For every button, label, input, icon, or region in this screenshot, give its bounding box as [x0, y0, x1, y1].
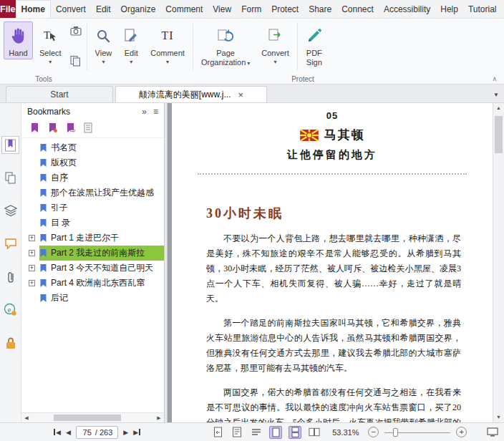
reading-mode-icon[interactable]	[231, 426, 243, 439]
previous-view-icon[interactable]	[211, 426, 224, 439]
scroll-up-icon[interactable]: ▲	[493, 103, 504, 113]
menu-tab-connect[interactable]: Connect	[336, 0, 379, 18]
menu-tab-help[interactable]: Help	[435, 0, 463, 18]
menu-tab-view[interactable]: View	[208, 0, 236, 18]
expand-bookmark-icon[interactable]	[30, 122, 39, 136]
bookmark-icon	[39, 173, 47, 183]
bookmark-item[interactable]: 书名页	[21, 140, 164, 155]
bookmark-item[interactable]: + Part 3 今天不知道自己明天	[21, 261, 164, 276]
ribbon-separator	[87, 24, 87, 70]
hand-tool-button[interactable]: Hand	[4, 21, 33, 59]
bookmark-item-selected[interactable]: + Part 2 我走过的前南斯拉	[21, 246, 164, 261]
doc-tab-active[interactable]: 颠沛流离的美丽[www.j... ×	[115, 86, 267, 102]
zoom-level[interactable]: 53.31%	[332, 428, 362, 437]
menu-bar: File Home Convert Edit Organize Comment …	[0, 0, 504, 19]
menu-tab-form[interactable]: Form	[236, 0, 266, 18]
menu-tab-edit[interactable]: Edit	[91, 0, 116, 18]
bookmark-item[interactable]: 自序	[21, 170, 164, 185]
menu-tab-comment[interactable]: Comment	[160, 0, 208, 18]
previous-page-button[interactable]: ◀	[66, 429, 71, 436]
comments-panel-button[interactable]	[1, 235, 19, 253]
scroll-left-icon[interactable]: ◀	[21, 415, 32, 421]
view-menu-button[interactable]: View ▾	[90, 21, 117, 67]
bookmarks-horizontal-scrollbar[interactable]: ◀ ▶	[21, 412, 164, 422]
attachments-panel-button[interactable]	[1, 268, 19, 286]
next-page-button[interactable]: ▶	[123, 429, 128, 436]
menu-tab-tutorial[interactable]: Tutorial	[463, 0, 502, 18]
bookmarks-toolbar	[21, 120, 164, 138]
foxit-reader-window: File Home Convert Edit Organize Comment …	[0, 0, 504, 441]
collapse-panel-icon[interactable]: »	[142, 107, 147, 117]
bookmark-item[interactable]: 目 录	[21, 215, 164, 231]
menu-tab-convert[interactable]: Convert	[51, 0, 91, 18]
expand-plus-icon[interactable]: +	[29, 235, 35, 241]
close-icon[interactable]: ×	[238, 90, 244, 100]
pdf-sign-button[interactable]: PDF Sign	[301, 21, 328, 69]
convert-menu-button[interactable]: Convert ▾	[256, 21, 294, 67]
text-viewer-icon[interactable]	[250, 426, 263, 439]
expand-plus-icon[interactable]: +	[29, 265, 35, 271]
menu-tab-accessibility[interactable]: Accessibility	[379, 0, 435, 18]
pages-panel-button[interactable]	[1, 169, 19, 187]
main-area: e Bookmarks » ≡ 书名	[0, 103, 504, 422]
add-bookmark-icon[interactable]	[48, 122, 57, 136]
bookmarks-panel-button[interactable]	[1, 136, 19, 154]
clipboard-button[interactable]	[69, 54, 83, 68]
bookmark-page-icon[interactable]	[84, 122, 92, 136]
svg-text:T: T	[44, 29, 50, 41]
select-tool-button[interactable]: T Select ▾	[34, 21, 67, 67]
last-page-button[interactable]: ▶	[133, 429, 141, 436]
document-tab-bar: Start 颠沛流离的美丽[www.j... × ▼	[0, 84, 504, 103]
doc-tab-start[interactable]: Start	[6, 86, 113, 102]
document-view[interactable]: 05 马其顿 让他停留的地方 30小时未眠 不要以为一个人背包上路，想去哪里就去…	[168, 103, 493, 422]
body-paragraph: 两国交界，偌大的希腊首都没有任何交通与之相连，在我看来是不可思议的事情。我以最快…	[206, 385, 461, 422]
tab-list-dropdown-icon[interactable]: ▼	[493, 92, 499, 98]
edit-menu-button[interactable]: Edit ▾	[118, 21, 144, 67]
chevron-down-icon: ▾	[247, 60, 250, 67]
layers-panel-button[interactable]	[1, 202, 19, 220]
security-panel-button[interactable]	[1, 334, 19, 352]
menu-tab-protect[interactable]: Protect	[266, 0, 304, 18]
zoom-slider[interactable]	[384, 427, 450, 437]
navigation-panel-strip: e	[0, 103, 21, 422]
bookmark-item[interactable]: 版权页	[21, 155, 164, 170]
page-number-input[interactable]: 75	[82, 428, 92, 437]
bookmark-item[interactable]: + Part 1 走进巴尔干	[21, 231, 164, 246]
menu-overflow-arrow-icon[interactable]: ▶	[502, 0, 504, 18]
expand-plus-icon[interactable]: +	[29, 250, 35, 256]
bookmark-item[interactable]: 后记	[21, 291, 164, 306]
bookmark-item[interactable]: 那个在波黑让我产生优越感	[21, 185, 164, 200]
menu-tab-organize[interactable]: Organize	[116, 0, 161, 18]
zoom-in-button[interactable]: +	[456, 427, 467, 437]
bookmark-icon	[39, 188, 47, 198]
panel-menu-icon[interactable]: ≡	[153, 107, 158, 117]
vertical-scrollbar-thumb[interactable]	[495, 116, 503, 153]
scroll-down-icon[interactable]: ▼	[493, 412, 504, 422]
page-organization-button[interactable]: Page Organization▾	[196, 21, 255, 69]
bookmark-icon	[39, 158, 47, 168]
continuous-view-icon[interactable]	[289, 426, 301, 439]
zoom-slider-thumb[interactable]	[393, 428, 398, 437]
zoom-out-button[interactable]: −	[368, 427, 379, 437]
bookmark-item[interactable]: + Part 4 欧洲南北东西乱窜	[21, 276, 164, 291]
signature-panel-button[interactable]: e	[1, 301, 19, 319]
expand-plus-icon[interactable]: +	[29, 280, 35, 286]
ribbon-separator	[193, 24, 193, 70]
bookmark-item[interactable]: 引子	[21, 200, 164, 215]
horizontal-scrollbar-thumb[interactable]	[54, 415, 121, 421]
single-page-view-icon[interactable]	[269, 426, 282, 439]
snapshot-button[interactable]	[69, 24, 83, 38]
body-paragraph: 第一个踏足的前南斯拉夫国家叫马其顿，它和希腊交界，雅典火车站里旅游信息中心的人告…	[206, 316, 461, 376]
menu-tab-home[interactable]: Home	[16, 0, 51, 18]
facing-pages-view-icon[interactable]	[308, 426, 321, 439]
ribbon-collapse-icon[interactable]: ∧	[492, 75, 497, 82]
delete-bookmark-icon[interactable]	[66, 122, 75, 136]
fullscreen-icon[interactable]	[487, 427, 498, 437]
pdf-page: 05 马其顿 让他停留的地方 30小时未眠 不要以为一个人背包上路，想去哪里就去…	[172, 103, 493, 422]
first-page-button[interactable]: ◀	[53, 429, 61, 436]
comment-menu-button[interactable]: TI Comment ▾	[145, 21, 190, 67]
file-menu-button[interactable]: File	[0, 0, 16, 18]
menu-tab-share[interactable]: Share	[304, 0, 336, 18]
vertical-scrollbar[interactable]: ▲ ▼	[493, 103, 504, 422]
scroll-right-icon[interactable]: ▶	[154, 415, 164, 421]
